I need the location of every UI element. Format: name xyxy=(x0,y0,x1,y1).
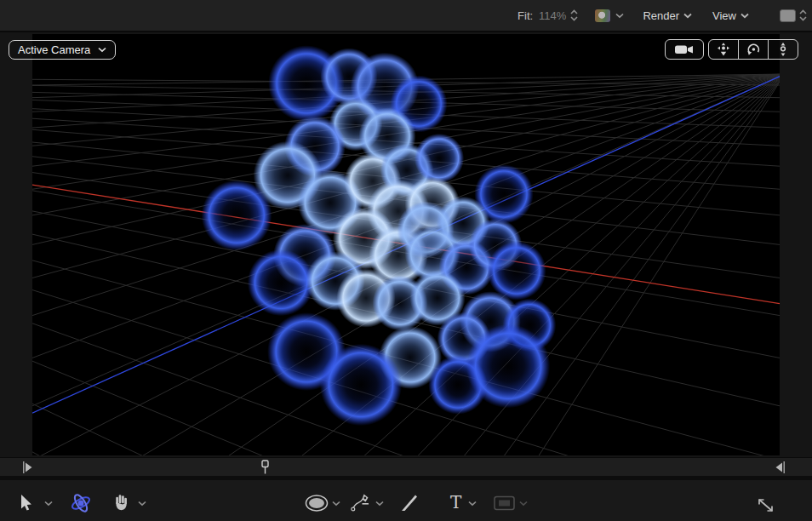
canvas-area: Active Camera xyxy=(0,32,812,457)
playhead[interactable] xyxy=(260,460,271,474)
camera-popup-button[interactable]: Active Camera xyxy=(9,40,116,60)
camera-view-button[interactable] xyxy=(665,39,704,60)
camera-icon xyxy=(673,42,695,57)
chevron-down-icon[interactable] xyxy=(741,13,749,19)
motion-canvas-window: { "header": { "fit_label": "Fit:", "zoom… xyxy=(0,0,812,521)
text-tool[interactable]: T xyxy=(450,494,461,511)
expand-view-icon[interactable] xyxy=(754,495,778,515)
fit-label: Fit: xyxy=(518,9,533,22)
chevron-down-icon[interactable] xyxy=(44,501,53,507)
dolly-3d-icon xyxy=(775,41,792,58)
canvas-viewport[interactable] xyxy=(32,34,780,455)
shape-oval-tool[interactable] xyxy=(305,495,329,512)
view-tools xyxy=(665,39,798,60)
bottom-toolbar: T xyxy=(0,476,812,521)
pan-3d-icon xyxy=(715,41,732,58)
chevron-down-icon[interactable] xyxy=(138,501,146,507)
chevron-down-icon[interactable] xyxy=(468,501,477,507)
orbit-3d-icon xyxy=(745,41,762,58)
dolly-3d-button[interactable] xyxy=(768,40,798,59)
chevron-down-icon[interactable] xyxy=(332,501,340,507)
chevron-down-icon xyxy=(98,47,106,53)
camera-popup-label: Active Camera xyxy=(18,43,90,56)
layout-swatch[interactable] xyxy=(780,9,796,22)
chevron-down-icon xyxy=(519,501,528,507)
canvas-3d-view[interactable] xyxy=(32,34,780,455)
top-toolbar: Fit: 114% Render View xyxy=(0,0,812,32)
adjust-3d-transform-tool[interactable] xyxy=(70,493,92,513)
color-swatch[interactable] xyxy=(595,9,610,22)
mini-timeline[interactable] xyxy=(0,457,812,476)
chevron-down-icon[interactable] xyxy=(375,501,384,507)
chevron-down-icon[interactable] xyxy=(683,13,692,19)
select-arrow-tool[interactable] xyxy=(15,493,36,513)
orbit-3d-button[interactable] xyxy=(738,40,768,59)
play-range-in-marker[interactable] xyxy=(23,461,33,474)
render-menu[interactable]: Render xyxy=(643,9,679,22)
view-menu[interactable]: View xyxy=(712,9,736,22)
play-range-out-marker[interactable] xyxy=(775,461,785,474)
zoom-stepper[interactable] xyxy=(570,9,578,21)
zoom-value: 114% xyxy=(539,9,566,22)
bezier-pen-tool[interactable] xyxy=(351,492,373,514)
pan-hand-tool[interactable] xyxy=(112,492,132,513)
pan-3d-button[interactable] xyxy=(709,40,738,59)
rect-mask-tool-disabled xyxy=(493,495,517,512)
layout-stepper[interactable] xyxy=(799,9,807,21)
line-brush-tool[interactable] xyxy=(399,492,420,514)
view-tool-group xyxy=(708,39,798,60)
chevron-down-icon[interactable] xyxy=(615,13,624,19)
